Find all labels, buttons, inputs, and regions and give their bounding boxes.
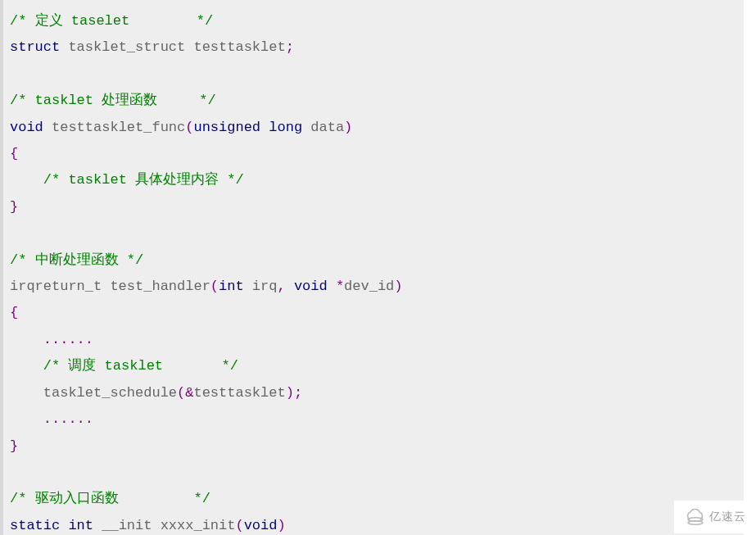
keyword: static: [10, 518, 60, 533]
keyword: struct: [10, 39, 60, 55]
punctuation: {: [10, 305, 18, 320]
comment: /* tasklet 处理函数: [10, 93, 157, 108]
punctuation: (: [211, 279, 219, 294]
keyword: long: [269, 120, 302, 135]
comment: */: [163, 358, 238, 374]
keyword: void: [244, 518, 278, 533]
punctuation: }: [10, 199, 18, 215]
code-text: __init xxxx_init: [93, 518, 235, 533]
watermark: 亿速云: [674, 501, 756, 533]
comment: /* 驱动入口函数: [10, 491, 119, 506]
punctuation: ......: [43, 411, 93, 427]
punctuation: {: [10, 146, 18, 161]
comment: */: [129, 13, 213, 29]
code-block: /* 定义 taselet */ struct tasklet_struct t…: [0, 0, 744, 535]
comment: /* 调度 tasklet: [43, 358, 163, 374]
svg-point-1: [688, 521, 703, 524]
punctuation: (: [185, 120, 193, 135]
cloud-stack-icon: [685, 509, 706, 525]
keyword: void: [294, 279, 328, 294]
punctuation: ): [394, 279, 402, 294]
code-text: tasklet_schedule: [43, 385, 177, 401]
keyword: unsigned: [193, 120, 260, 135]
comment: */: [119, 491, 211, 506]
comment: /* 定义 taselet: [10, 13, 129, 29]
comment: /* tasklet 具体处理内容 */: [43, 172, 244, 188]
watermark-text: 亿速云: [709, 510, 746, 524]
punctuation: ): [277, 518, 285, 533]
code-text: testtasklet_func: [43, 120, 185, 135]
comment: */: [157, 93, 215, 108]
punctuation: ,: [277, 279, 285, 294]
code-text: testtasklet: [193, 385, 285, 401]
code-text: tasklet_struct testtasklet: [60, 39, 285, 55]
punctuation: &: [185, 385, 193, 401]
punctuation: ;: [286, 39, 294, 55]
punctuation: ): [286, 385, 294, 401]
keyword: int: [219, 279, 244, 294]
code-text: data: [302, 120, 344, 135]
code-text: irqreturn_t test_handler: [10, 279, 211, 294]
punctuation: ): [344, 120, 352, 135]
keyword: int: [68, 518, 93, 533]
keyword: void: [10, 120, 43, 135]
punctuation: (: [235, 518, 243, 533]
punctuation: *: [336, 279, 344, 294]
punctuation: ......: [43, 332, 93, 347]
code-text: dev_id: [344, 279, 394, 294]
punctuation: }: [10, 438, 18, 454]
code-text: irq: [244, 279, 278, 294]
punctuation: ;: [294, 385, 302, 401]
comment: /* 中断处理函数 */: [10, 252, 143, 268]
punctuation: (: [177, 385, 185, 401]
